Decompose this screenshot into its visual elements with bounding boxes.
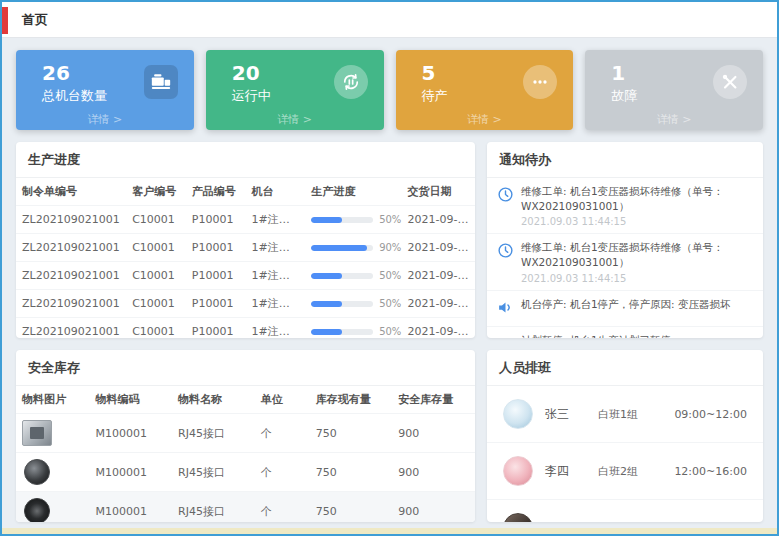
detail-link[interactable]: 详情 > — [585, 112, 763, 127]
production-table: 制令单编号 客户编号 产品编号 机台 生产进度 交货日期 ZL202109021… — [16, 178, 475, 338]
production-row: ZL202109021001 C10001 P10001 1#注塑机 50% 2… — [16, 290, 475, 318]
shift-time: 12:00~16:00 — [674, 465, 747, 478]
production-row: ZL202109021001 C10001 P10001 1#注塑机 50% 2… — [16, 206, 475, 234]
personnel-schedule-panel: 人员排班 张三 白班1组 09:00~12:00 李四 白班2组 12:00~1… — [487, 350, 763, 522]
cell-machine: 1#注塑机 — [245, 234, 305, 262]
safety-stock-panel: 安全库存 物料图片 物料编码 物料名称 单位 库存现有量 安全库存量 — [16, 350, 475, 522]
progress-bar — [311, 217, 373, 223]
cell-machine: 1#注塑机 — [245, 262, 305, 290]
dashboard-content: 26 总机台数量 详情 > 20 运行中 详情 > 5 待产 — [2, 38, 777, 536]
cell-customer: C10001 — [126, 234, 186, 262]
notification-body: 维修工单: 机台1变压器损坏待维修（单号：WX202109031001） 202… — [521, 184, 753, 227]
panels-row-2: 安全库存 物料图片 物料编码 物料名称 单位 库存现有量 安全库存量 — [16, 350, 763, 522]
cell-material-image — [16, 453, 89, 492]
notification-time: 2021.09.03 11:44:15 — [521, 273, 753, 284]
col-customer: 客户编号 — [126, 178, 186, 206]
notification-item[interactable]: 机台停产: 机台1停产，停产原因: 变压器损坏 — [487, 291, 763, 327]
avatar — [503, 399, 533, 429]
cell-safety-qty: 900 — [392, 492, 475, 523]
page-header: 首页 — [2, 2, 777, 38]
col-unit: 单位 — [255, 386, 310, 414]
panel-title: 安全库存 — [16, 350, 475, 386]
cell-order-no: ZL202109021001 — [16, 234, 126, 262]
notification-text: 维修工单: 机台1变压器损坏待维修（单号：WX202109031001） — [521, 240, 753, 269]
cell-date: 2021-09-10 — [402, 262, 476, 290]
detail-link[interactable]: 详情 > — [16, 112, 194, 127]
notification-text: 机台停产: 机台1停产，停产原因: 变压器损坏 — [521, 297, 753, 312]
cell-progress: 50% — [305, 318, 401, 339]
progress-bar — [311, 245, 373, 251]
cell-material-name: RJ45接口 — [172, 453, 255, 492]
cell-material-name: RJ45接口 — [172, 492, 255, 523]
production-row: ZL202109021001 C10001 P10001 1#注塑机 50% 2… — [16, 262, 475, 290]
cell-date: 2021-09-10 — [402, 234, 476, 262]
col-safety-qty: 安全库存量 — [392, 386, 475, 414]
avatar — [503, 513, 533, 522]
production-row: ZL202109021001 C10001 P10001 1#注塑机 90% 2… — [16, 234, 475, 262]
speaker-icon — [497, 333, 521, 338]
shift-time: 09:00~12:00 — [674, 408, 747, 421]
sync-icon — [334, 65, 368, 99]
cell-date: 2021-09-10 — [402, 290, 476, 318]
col-stock-qty: 库存现有量 — [310, 386, 393, 414]
cell-date: 2021-09-10 — [402, 206, 476, 234]
progress-label: 50% — [379, 270, 401, 281]
employee-name: 张三 — [545, 406, 586, 423]
cell-stock-qty: 750 — [310, 414, 393, 453]
notification-text: 维修工单: 机台1变压器损坏待维修（单号：WX202109031001） — [521, 184, 753, 213]
stat-card-total-machines[interactable]: 26 总机台数量 详情 > — [16, 50, 194, 130]
ellipsis-icon — [523, 65, 557, 99]
cell-progress: 50% — [305, 290, 401, 318]
cell-safety-qty: 900 — [392, 414, 475, 453]
stat-card-fault[interactable]: 1 故障 详情 > — [585, 50, 763, 130]
col-machine: 机台 — [245, 178, 305, 206]
cell-safety-qty: 900 — [392, 453, 475, 492]
left-accent-bar — [2, 7, 8, 34]
cell-product: P10001 — [186, 234, 246, 262]
shift-label: 白班1组 — [598, 407, 662, 422]
cell-order-no: ZL202109021001 — [16, 206, 126, 234]
cell-stock-qty: 750 — [310, 453, 393, 492]
col-order-no: 制令单编号 — [16, 178, 126, 206]
schedule-row: 王五 夜班1组 18:00~24:00 — [487, 500, 763, 522]
notification-time: 2021.09.03 11:44:15 — [521, 216, 753, 227]
inventory-table: 物料图片 物料编码 物料名称 单位 库存现有量 安全库存量 M100001 R — [16, 386, 475, 522]
cell-material-code: M100001 — [89, 492, 172, 523]
avatar — [503, 456, 533, 486]
cell-progress: 50% — [305, 262, 401, 290]
round-connector-photo — [24, 459, 50, 485]
col-date: 交货日期 — [402, 178, 476, 206]
stat-card-running[interactable]: 20 运行中 详情 > — [206, 50, 384, 130]
panel-title: 人员排班 — [487, 350, 763, 386]
production-progress-panel: 生产进度 制令单编号 客户编号 产品编号 机台 生产进度 交货日期 — [16, 142, 475, 338]
inventory-row: M100001 RJ45接口 个 750 900 — [16, 414, 475, 453]
cell-unit: 个 — [255, 453, 310, 492]
cell-order-no: ZL202109021001 — [16, 290, 126, 318]
progress-label: 50% — [379, 214, 401, 225]
schedule-row: 张三 白班1组 09:00~12:00 — [487, 386, 763, 443]
notification-item[interactable]: 维修工单: 机台1变压器损坏待维修（单号：WX202109031001） 202… — [487, 178, 763, 234]
col-material-code: 物料编码 — [89, 386, 172, 414]
notification-text: 计划暂停: 机台1生产计划已暂停 — [521, 333, 753, 338]
detail-link[interactable]: 详情 > — [396, 112, 574, 127]
stat-card-waiting[interactable]: 5 待产 详情 > — [396, 50, 574, 130]
production-row: ZL202109021001 C10001 P10001 1#注塑机 50% 2… — [16, 318, 475, 339]
cell-machine: 1#注塑机 — [245, 290, 305, 318]
progress-bar — [311, 273, 373, 279]
cell-product: P10001 — [186, 318, 246, 339]
notification-item[interactable]: 维修工单: 机台1变压器损坏待维修（单号：WX202109031001） 202… — [487, 234, 763, 290]
employee-name: 王五 — [545, 520, 586, 523]
detail-link[interactable]: 详情 > — [206, 112, 384, 127]
progress-label: 50% — [379, 326, 401, 337]
cell-date: 2021-09-10 — [402, 318, 476, 339]
notification-item[interactable]: 计划暂停: 机台1生产计划已暂停 2021.09.03 11:44:15 — [487, 327, 763, 338]
stat-cards-row: 26 总机台数量 详情 > 20 运行中 详情 > 5 待产 — [16, 50, 763, 130]
progress-label: 90% — [379, 242, 401, 253]
cell-progress: 50% — [305, 206, 401, 234]
notification-body: 机台停产: 机台1停产，停产原因: 变压器损坏 — [521, 297, 753, 320]
cell-material-image — [16, 414, 89, 453]
col-material-image: 物料图片 — [16, 386, 89, 414]
cell-material-name: RJ45接口 — [172, 414, 255, 453]
speaker-icon — [497, 297, 521, 320]
shift-time: 18:00~24:00 — [674, 522, 747, 523]
